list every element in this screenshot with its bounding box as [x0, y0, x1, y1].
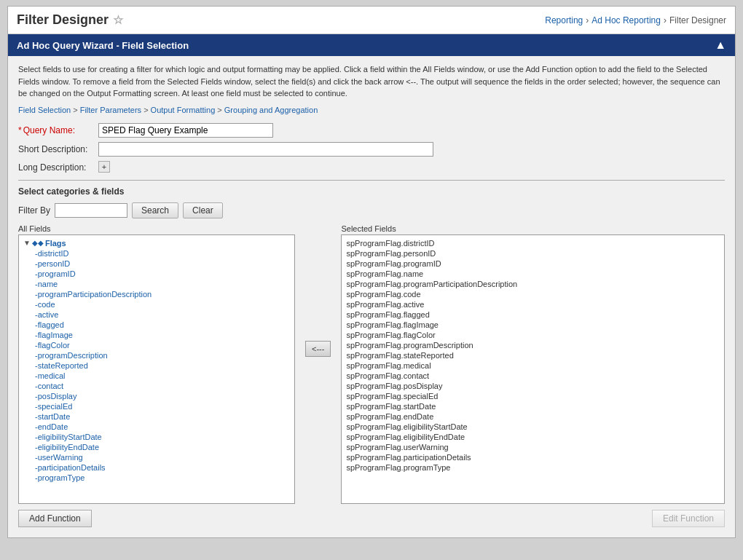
selected-field-item[interactable]: spProgramFlag.flagColor — [345, 330, 721, 340]
selected-field-item[interactable]: spProgramFlag.districtID — [345, 238, 721, 248]
tree-item[interactable]: -personID — [34, 259, 291, 269]
selected-field-item[interactable]: spProgramFlag.eligibilityStartDate — [345, 422, 721, 432]
filter-input[interactable] — [55, 203, 127, 218]
query-name-label: Query Name: — [18, 125, 98, 135]
tree-item[interactable]: -startDate — [34, 411, 291, 422]
breadcrumb-adhoc[interactable]: Ad Hoc Reporting — [591, 15, 661, 25]
all-fields-label: All Fields — [18, 224, 295, 233]
breadcrumb-sep-1: › — [586, 15, 589, 25]
tree-collapse-icon: ▼ — [23, 239, 31, 247]
page-title: Filter Designer ☆ — [17, 12, 123, 28]
tree-item[interactable]: -flagged — [34, 320, 291, 330]
tree-item[interactable]: -contact — [34, 381, 291, 391]
selected-field-item[interactable]: spProgramFlag.eligibilityEndDate — [345, 432, 721, 442]
search-button[interactable]: Search — [132, 202, 178, 218]
selected-field-item[interactable]: spProgramFlag.participationDetails — [345, 452, 721, 462]
tree-item[interactable]: -programParticipationDescription — [34, 289, 291, 299]
add-function-button[interactable]: Add Function — [18, 510, 92, 527]
wizard-banner-title: Ad Hoc Query Wizard - Field Selection — [17, 40, 189, 51]
long-desc-label: Long Description: — [18, 161, 98, 173]
description-text: Select fields to use for creating a filt… — [18, 63, 725, 100]
selected-field-item[interactable]: spProgramFlag.endDate — [345, 411, 721, 422]
selected-field-item[interactable]: spProgramFlag.flagged — [345, 309, 721, 320]
divider — [18, 180, 725, 181]
selected-field-item[interactable]: spProgramFlag.specialEd — [345, 391, 721, 401]
tree-item[interactable]: -specialEd — [34, 401, 291, 411]
tree-item[interactable]: -userWarning — [34, 452, 291, 462]
remove-field-button[interactable]: <--- — [305, 341, 331, 357]
tree-item[interactable]: -medical — [34, 371, 291, 381]
long-desc-expand-button[interactable]: + — [98, 161, 110, 173]
step-output-formatting[interactable]: Output Formatting — [151, 106, 216, 114]
tree-item[interactable]: -active — [34, 309, 291, 320]
breadcrumb-current: Filter Designer — [669, 15, 726, 25]
selected-field-item[interactable]: spProgramFlag.programParticipationDescri… — [345, 279, 721, 289]
short-desc-input[interactable] — [98, 142, 433, 157]
tree-item[interactable]: -programType — [34, 473, 291, 483]
favorite-star-icon[interactable]: ☆ — [113, 13, 123, 27]
selected-field-item[interactable]: spProgramFlag.personID — [345, 248, 721, 259]
tree-item[interactable]: -code — [34, 299, 291, 309]
selected-field-item[interactable]: spProgramFlag.code — [345, 289, 721, 299]
tree-item[interactable]: -flagColor — [34, 340, 291, 350]
tree-item[interactable]: -participationDetails — [34, 462, 291, 473]
breadcrumb: Reporting › Ad Hoc Reporting › Filter De… — [545, 15, 726, 25]
selected-field-item[interactable]: spProgramFlag.userWarning — [345, 442, 721, 452]
tree-item[interactable]: -flagImage — [34, 330, 291, 340]
step-grouping-aggregation[interactable]: Grouping and Aggregation — [224, 106, 318, 114]
tree-folder-flags[interactable]: ▼ ◆◆ Flags — [22, 238, 291, 248]
breadcrumb-sep-2: › — [664, 15, 667, 25]
selected-field-item[interactable]: spProgramFlag.contact — [345, 371, 721, 381]
title-text: Filter Designer — [17, 12, 109, 28]
selected-fields-label: Selected Fields — [341, 224, 725, 233]
tree-folder-label: Flags — [45, 239, 66, 248]
edit-function-button: Edit Function — [652, 510, 725, 527]
all-fields-tree: ▼ ◆◆ Flags -districtID-personID-programI… — [18, 234, 295, 504]
selected-field-item[interactable]: spProgramFlag.active — [345, 299, 721, 309]
selected-field-item[interactable]: spProgramFlag.startDate — [345, 401, 721, 411]
step-filter-parameters[interactable]: Filter Parameters — [80, 106, 141, 114]
short-desc-label: Short Description: — [18, 144, 98, 154]
tree-item[interactable]: -programDescription — [34, 350, 291, 360]
form-section: Query Name: Short Description: Long Desc… — [18, 123, 725, 173]
selected-field-item[interactable]: spProgramFlag.posDisplay — [345, 381, 721, 391]
selected-field-item[interactable]: spProgramFlag.programID — [345, 259, 721, 269]
filter-by-label: Filter By — [18, 205, 50, 216]
query-name-input[interactable] — [98, 123, 273, 138]
tree-db-icon: ◆◆ — [32, 239, 44, 247]
selected-fields-box: spProgramFlag.districtIDspProgramFlag.pe… — [341, 234, 725, 504]
tree-item[interactable]: -endDate — [34, 422, 291, 432]
scroll-up-icon[interactable]: ▲ — [715, 39, 726, 52]
selected-field-item[interactable]: spProgramFlag.stateReported — [345, 350, 721, 360]
tree-item[interactable]: -eligibilityStartDate — [34, 432, 291, 442]
selected-field-item[interactable]: spProgramFlag.name — [345, 269, 721, 279]
step-field-selection[interactable]: Field Selection — [18, 106, 71, 114]
selected-field-item[interactable]: spProgramFlag.flagImage — [345, 320, 721, 330]
selected-field-item[interactable]: spProgramFlag.programDescription — [345, 340, 721, 350]
tree-item[interactable]: -stateReported — [34, 360, 291, 371]
selected-field-item[interactable]: spProgramFlag.medical — [345, 360, 721, 371]
tree-items-group: -districtID-personID-programID-name-prog… — [34, 248, 291, 483]
tree-item[interactable]: -districtID — [34, 248, 291, 259]
tree-item[interactable]: -eligibilityEndDate — [34, 442, 291, 452]
tree-item[interactable]: -name — [34, 279, 291, 289]
selected-field-item[interactable]: spProgramFlag.programType — [345, 462, 721, 473]
categories-title: Select categories & fields — [18, 186, 725, 197]
tree-item[interactable]: -posDisplay — [34, 391, 291, 401]
tree-item[interactable]: -programID — [34, 269, 291, 279]
clear-button[interactable]: Clear — [183, 202, 223, 218]
breadcrumb-reporting[interactable]: Reporting — [545, 15, 583, 25]
step-navigation: Field Selection > Filter Parameters > Ou… — [18, 106, 725, 114]
